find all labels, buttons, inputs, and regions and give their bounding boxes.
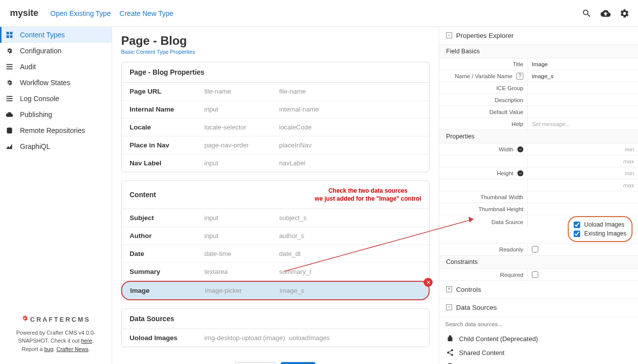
sidebar-item-label: Log Console: [20, 95, 59, 103]
gear-icon: [6, 79, 15, 86]
grid-icon: [6, 31, 15, 38]
sidebar-item-configuration[interactable]: Configuration: [0, 43, 112, 59]
data-source-highlight: Uoload Images Existing Images: [568, 216, 633, 242]
collapse-icon[interactable]: −: [446, 304, 452, 310]
properties-panel: Page - Blog Properties Page URLfile-name…: [121, 62, 430, 172]
svg-rect-1: [10, 32, 12, 34]
existing-images-checkbox[interactable]: [574, 231, 580, 237]
svg-rect-9: [6, 101, 12, 102]
page-subtitle[interactable]: Basic Content Type Properties: [121, 49, 430, 55]
gear-icon: [6, 47, 15, 54]
search-data-sources-input[interactable]: [444, 320, 633, 329]
data-source-option-upload[interactable]: Uoload Images: [574, 220, 627, 229]
cancel-button[interactable]: Cancel: [235, 362, 276, 364]
here-link[interactable]: here: [81, 338, 92, 344]
bug-link[interactable]: bug: [44, 346, 53, 352]
sidebar-item-workflow-states[interactable]: Workflow States: [0, 75, 112, 91]
table-row[interactable]: Localelocale-selectorlocaleCode: [122, 119, 429, 136]
data-sources-panel-head: Data Sources: [122, 309, 429, 329]
sidebar-item-content-types[interactable]: Content Types: [0, 27, 112, 43]
table-row[interactable]: Page URLfile-namefile-name: [122, 83, 429, 101]
crafter-logo: CRAFTERCMS: [10, 315, 102, 325]
readonly-checkbox[interactable]: [532, 246, 538, 252]
table-row[interactable]: Summarytextareasummary_t: [122, 263, 429, 281]
sidebar-item-label: Configuration: [20, 47, 61, 55]
sidebar-item-label: GraphiQL: [20, 142, 50, 150]
create-new-type-link[interactable]: Create New Type: [120, 9, 173, 17]
crafter-gear-icon[interactable]: [615, 4, 634, 23]
field-basics-header: Field Basics: [439, 45, 638, 58]
sidebar-item-publishing[interactable]: Publishing: [0, 107, 112, 122]
upload-images-checkbox[interactable]: [574, 222, 580, 228]
sidebar-item-remote-repositories[interactable]: Remote Repositories: [0, 122, 112, 138]
title-value[interactable]: Image: [528, 58, 638, 70]
sidebar-item-audit[interactable]: Audit: [0, 59, 112, 75]
thumb-height-value[interactable]: [528, 203, 638, 215]
help-icon[interactable]: ?: [516, 73, 523, 80]
expand-icon[interactable]: +: [446, 286, 452, 292]
thumb-width-value[interactable]: [528, 191, 638, 203]
data-sources-section[interactable]: −Data Sources: [439, 299, 638, 317]
content-panel: Content Check the two data sources we ju…: [121, 180, 430, 300]
search-icon[interactable]: [577, 4, 596, 23]
required-checkbox[interactable]: [532, 271, 538, 278]
width-max[interactable]: max: [528, 155, 638, 167]
topbar: mysite Open Existing Type Create New Typ…: [0, 0, 638, 27]
ds-embedded-content[interactable]: Embedded Content: [439, 360, 638, 364]
properties-panel-head: Page - Blog Properties: [122, 62, 429, 83]
save-button[interactable]: Save: [281, 362, 316, 364]
delete-row-icon[interactable]: ✕: [424, 278, 433, 287]
collapse-icon[interactable]: −: [446, 32, 452, 38]
chart-icon: [6, 143, 15, 150]
height-min[interactable]: min: [528, 167, 638, 179]
help-value[interactable]: Set message...: [528, 118, 638, 129]
svg-rect-3: [10, 35, 12, 38]
sidebar-item-label: Content Types: [20, 31, 65, 39]
svg-rect-6: [6, 69, 12, 70]
ds-shared-content[interactable]: Shared Content: [439, 346, 638, 360]
publish-cloud-icon[interactable]: [596, 4, 615, 23]
controls-section[interactable]: +Controls: [439, 281, 638, 299]
crafter-news-link[interactable]: Crafter News: [56, 346, 88, 352]
sidebar: Content Types Configuration Audit Workfl…: [0, 27, 112, 364]
svg-rect-2: [6, 35, 9, 38]
svg-rect-5: [6, 66, 12, 67]
sidebar-item-graphiql[interactable]: GraphiQL: [0, 138, 112, 154]
data-source-option-existing[interactable]: Existing Images: [574, 229, 627, 238]
name-value[interactable]: image_s: [528, 70, 638, 82]
properties-explorer-section[interactable]: −Properties Explorer: [439, 27, 638, 45]
ds-child-content[interactable]: Child Content (Deprecated): [439, 332, 638, 346]
description-value[interactable]: [528, 94, 638, 106]
database-icon: [6, 127, 15, 134]
minus-icon[interactable]: −: [517, 170, 523, 176]
center-panel: Page - Blog Basic Content Type Propertie…: [112, 27, 439, 364]
sidebar-item-label: Publishing: [20, 111, 52, 119]
properties-header: Properties: [439, 130, 638, 143]
default-value[interactable]: [528, 106, 638, 118]
right-panel: −Properties Explorer Field Basics TitleI…: [439, 27, 638, 364]
list-icon: [6, 63, 15, 70]
width-min[interactable]: min: [528, 143, 638, 155]
sidebar-item-log-console[interactable]: Log Console: [0, 91, 112, 107]
svg-rect-0: [6, 32, 9, 34]
svg-rect-8: [6, 98, 12, 99]
minus-icon[interactable]: −: [517, 146, 523, 152]
table-row[interactable]: Datedate-timedate_dt: [122, 245, 429, 263]
ice-group-value[interactable]: [528, 82, 638, 94]
sidebar-item-label: Remote Repositories: [20, 126, 85, 134]
sidebar-item-label: Audit: [20, 63, 36, 71]
table-row[interactable]: Place in Navpage-nav-orderplaceInNav: [122, 136, 429, 154]
table-row[interactable]: Authorinputauthor_s: [122, 227, 429, 245]
open-existing-type-link[interactable]: Open Existing Type: [50, 9, 111, 17]
cloud-icon: [6, 111, 15, 118]
annotation-text: Check the two data sources we just added…: [315, 187, 421, 203]
content-panel-head: Content Check the two data sources we ju…: [122, 181, 429, 209]
table-row-selected-image[interactable]: Imageimage-pickerimage_s✕: [121, 281, 430, 300]
height-max[interactable]: max: [528, 179, 638, 191]
table-row[interactable]: Internal Nameinputinternal-name: [122, 101, 429, 119]
table-row[interactable]: Subjectinputsubject_s: [122, 209, 429, 227]
table-row[interactable]: Uoload Imagesimg-desktop-upload (image)u…: [122, 329, 429, 347]
sidebar-item-label: Workflow States: [20, 79, 70, 87]
table-row[interactable]: Nav LabelinputnavLabel: [122, 154, 429, 172]
svg-rect-4: [6, 64, 12, 65]
